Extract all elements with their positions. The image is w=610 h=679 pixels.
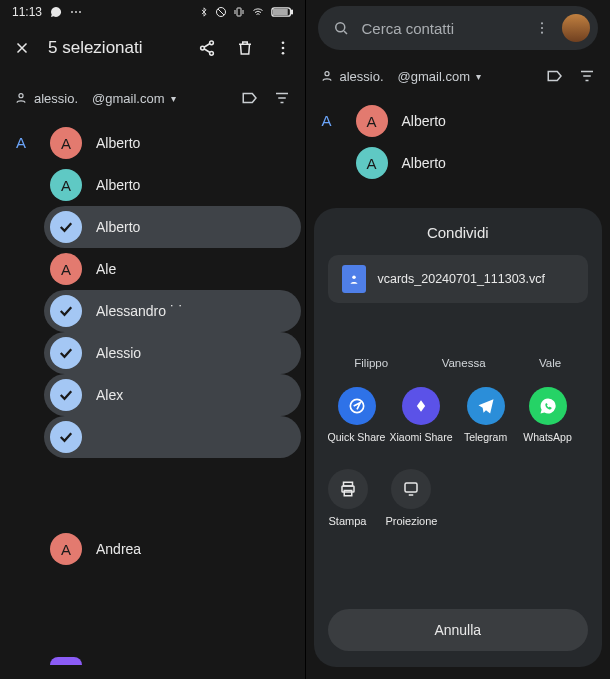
contact-row[interactable]: A Andrea (0, 528, 305, 570)
avatar: A (356, 147, 388, 179)
domain-chip[interactable]: @gmail.com ▾ (92, 91, 175, 106)
svg-point-14 (541, 27, 543, 29)
contact-row[interactable]: Alessio (44, 332, 301, 374)
actions-row: StampaProiezione (328, 469, 589, 527)
check-icon (50, 337, 82, 369)
vibrate-icon (233, 6, 245, 18)
search-icon (332, 19, 350, 37)
contact-row[interactable]: AAle (0, 248, 305, 290)
avatar: A (50, 169, 82, 201)
wifi-icon (251, 6, 265, 18)
domain-label: @gmail.com (398, 69, 470, 84)
contact-row[interactable]: Alberto (44, 206, 301, 248)
contact-row[interactable]: Alex (44, 374, 301, 416)
label-icon[interactable] (241, 89, 259, 107)
avatar: A (356, 105, 388, 137)
app-label: Xiaomi Share (390, 431, 453, 443)
app-label: Quick Share (328, 431, 386, 443)
share-app-xiaomi-share[interactable]: Xiaomi Share (390, 387, 453, 443)
check-icon (50, 211, 82, 243)
domain-label: @gmail.com (92, 91, 164, 106)
app-label: Blu (581, 431, 588, 443)
chevron-down-icon: ▾ (171, 93, 176, 104)
label-icon[interactable] (546, 67, 564, 85)
action-print[interactable]: Stampa (328, 469, 368, 527)
contact-row[interactable]: A Alberto (306, 142, 611, 184)
check-icon (50, 295, 82, 327)
whatsapp-icon (50, 6, 62, 18)
svg-rect-3 (291, 10, 293, 13)
more-icon[interactable] (534, 20, 550, 36)
avatar (50, 657, 82, 665)
file-attachment[interactable]: vcards_20240701_111303.vcf (328, 255, 589, 303)
app-label: Telegram (457, 431, 515, 443)
avatar: A (50, 533, 82, 565)
contact-row[interactable] (0, 640, 305, 679)
selection-topbar: 5 selezionati (0, 24, 305, 72)
close-icon[interactable] (10, 36, 34, 60)
check-icon (50, 379, 82, 411)
action-label: Stampa (328, 515, 368, 527)
person-icon (14, 91, 28, 105)
selection-title: 5 selezionati (48, 38, 181, 58)
svg-rect-22 (405, 483, 417, 492)
sheet-title: Condividi (328, 224, 589, 241)
contact-name: Ale (96, 261, 116, 277)
dots-icon: ⋯ (70, 5, 83, 19)
profile-avatar[interactable] (562, 14, 590, 42)
dnd-icon (215, 6, 227, 18)
cancel-button[interactable]: Annulla (328, 609, 589, 651)
print-icon (328, 469, 368, 509)
account-chip[interactable]: alessio. (14, 91, 78, 106)
delete-icon[interactable] (233, 36, 257, 60)
share-app-telegram[interactable]: Telegram (457, 387, 515, 443)
svg-point-17 (352, 276, 356, 280)
filter-icon[interactable] (578, 67, 596, 85)
avatar: A (50, 253, 82, 285)
share-app-quick-share[interactable]: Quick Share (328, 387, 386, 443)
contact-row[interactable]: Alessandro ˙ ˙ (44, 290, 301, 332)
contact-row[interactable]: AAlberto (0, 122, 305, 164)
domain-chip[interactable]: @gmail.com ▾ (398, 69, 481, 84)
svg-point-12 (335, 23, 344, 32)
filter-row: alessio. @gmail.com ▾ (306, 58, 611, 94)
person-suggestion[interactable]: Filippo (354, 357, 388, 369)
file-name: vcards_20240701_111303.vcf (378, 272, 546, 286)
section-letter: A (16, 134, 26, 151)
contact-name: Alberto (96, 219, 140, 235)
bluetooth-icon (199, 6, 209, 18)
contact-row[interactable]: A Alberto (306, 100, 611, 142)
share-app-blu[interactable]: Blu (581, 387, 588, 443)
contact-name: Alex (96, 387, 123, 403)
action-cast[interactable]: Proiezione (386, 469, 438, 527)
check-icon (50, 421, 82, 453)
account-chip[interactable]: alessio. (320, 69, 384, 84)
action-label: Proiezione (386, 515, 438, 527)
person-suggestion[interactable]: Vanessa (442, 357, 486, 369)
pane-selection: 11:13 ⋯ 5 sel (0, 0, 306, 679)
svg-point-10 (281, 52, 284, 55)
status-time: 11:13 (12, 5, 42, 19)
contact-name: Alessio (96, 345, 141, 361)
filter-icon[interactable] (273, 89, 291, 107)
person-suggestion[interactable]: Vale (539, 357, 561, 369)
svg-point-11 (19, 94, 23, 98)
contact-name: Alberto (402, 113, 446, 129)
contact-name: Alberto (96, 135, 140, 151)
contact-row[interactable] (44, 416, 301, 458)
svg-point-16 (324, 72, 328, 76)
app-icon (529, 387, 567, 425)
contact-name: Andrea (96, 541, 141, 557)
avatar: A (50, 127, 82, 159)
account-prefix: alessio. (340, 69, 384, 84)
share-icon[interactable] (195, 36, 219, 60)
share-app-whatsapp[interactable]: WhatsApp (519, 387, 577, 443)
more-icon[interactable] (271, 36, 295, 60)
cast-icon (391, 469, 431, 509)
contact-row[interactable]: AAlberto (0, 164, 305, 206)
vcard-file-icon (342, 265, 366, 293)
filter-row: alessio. @gmail.com ▾ (0, 80, 305, 116)
search-bar[interactable]: Cerca contatti (318, 6, 599, 50)
app-label: WhatsApp (519, 431, 577, 443)
battery-icon (271, 6, 293, 18)
